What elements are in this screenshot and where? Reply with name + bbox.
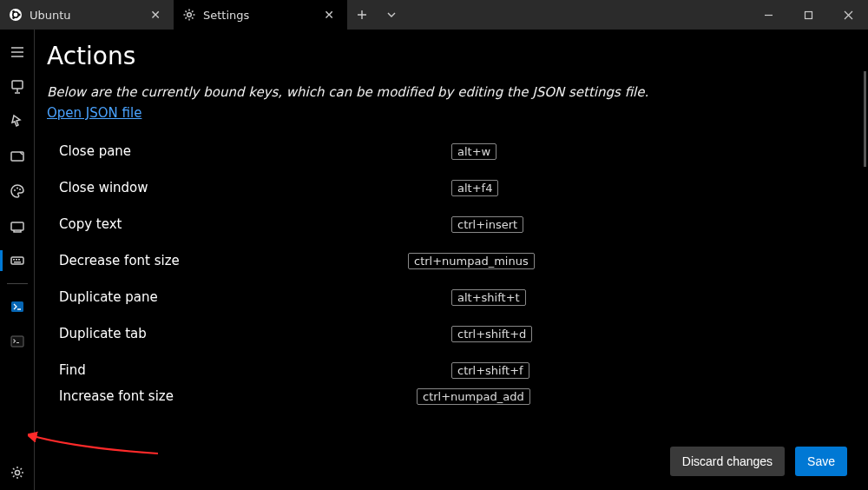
- sidebar-profile-cmd[interactable]: [0, 324, 35, 359]
- sidebar-item-rendering[interactable]: [0, 209, 35, 243]
- svg-rect-14: [13, 259, 15, 261]
- tab-label: Ubuntu: [30, 9, 139, 22]
- window-minimize-button[interactable]: [748, 0, 788, 30]
- action-row[interactable]: Decrease font size ctrl+numpad_minus: [47, 242, 851, 279]
- svg-point-11: [19, 189, 21, 190]
- window-close-button[interactable]: [828, 0, 868, 30]
- keybinding-badge: alt+w: [451, 143, 496, 160]
- tab-dropdown-button[interactable]: [377, 0, 406, 30]
- action-row[interactable]: Increase font size ctrl+numpad_add: [47, 388, 851, 407]
- svg-point-20: [15, 470, 19, 474]
- action-row[interactable]: Duplicate pane alt+shift+t: [47, 279, 851, 315]
- svg-point-2: [18, 14, 21, 17]
- gear-icon: [182, 8, 196, 22]
- svg-rect-6: [805, 11, 812, 18]
- svg-rect-16: [18, 259, 20, 261]
- scrollbar-thumb[interactable]: [864, 71, 866, 167]
- action-name: Close window: [59, 180, 441, 195]
- main-panel: Actions Below are the currently bound ke…: [35, 30, 868, 490]
- sidebar-profile-powershell[interactable]: [0, 289, 35, 324]
- sidebar-item-actions[interactable]: [0, 243, 35, 278]
- action-row[interactable]: Close window alt+f4: [47, 169, 851, 206]
- svg-rect-17: [14, 262, 21, 263]
- sidebar-divider: [7, 283, 28, 284]
- svg-point-5: [187, 13, 192, 17]
- sidebar-item-color-schemes[interactable]: [0, 174, 35, 209]
- page-title: Actions: [47, 42, 851, 70]
- svg-rect-19: [11, 336, 23, 347]
- svg-point-3: [12, 10, 15, 13]
- keybinding-badge: ctrl+shift+f: [451, 362, 529, 379]
- close-icon[interactable]: ✕: [319, 8, 339, 22]
- discard-changes-button[interactable]: Discard changes: [670, 447, 785, 476]
- action-name: Duplicate pane: [59, 289, 441, 305]
- sidebar-item-appearance[interactable]: [0, 139, 35, 174]
- new-tab-button[interactable]: [347, 0, 377, 30]
- svg-point-4: [12, 17, 15, 19]
- action-name: Copy text: [59, 216, 441, 232]
- action-row[interactable]: Find ctrl+shift+f: [47, 352, 851, 388]
- close-icon[interactable]: ✕: [146, 8, 165, 22]
- tab-settings[interactable]: Settings ✕: [174, 0, 347, 30]
- open-json-link[interactable]: Open JSON file: [47, 105, 141, 121]
- sidebar-settings-button[interactable]: [0, 455, 35, 490]
- action-name: Close pane: [59, 143, 441, 159]
- svg-point-10: [16, 188, 18, 189]
- keybinding-badge: ctrl+numpad_add: [417, 388, 530, 405]
- svg-rect-18: [11, 301, 23, 312]
- svg-point-9: [14, 189, 16, 191]
- titlebar: Ubuntu ✕ Settings ✕: [0, 0, 868, 30]
- sidebar: [0, 30, 35, 490]
- tab-ubuntu[interactable]: Ubuntu ✕: [0, 0, 174, 30]
- action-row[interactable]: Copy text ctrl+insert: [47, 206, 851, 242]
- keybinding-badge: ctrl+numpad_minus: [408, 253, 535, 269]
- action-name: Increase font size: [59, 388, 406, 404]
- ubuntu-icon: [9, 8, 23, 22]
- keybinding-badge: ctrl+insert: [451, 216, 523, 233]
- keybinding-badge: alt+f4: [451, 180, 498, 196]
- sidebar-item-startup[interactable]: [0, 70, 35, 104]
- keybinding-badge: ctrl+shift+d: [451, 326, 532, 342]
- hamburger-menu-button[interactable]: [0, 35, 35, 70]
- window-maximize-button[interactable]: [788, 0, 828, 30]
- action-name: Find: [59, 362, 441, 378]
- page-subtitle: Below are the currently bound keys, whic…: [47, 84, 851, 100]
- action-row[interactable]: Duplicate tab ctrl+shift+d: [47, 315, 851, 352]
- svg-rect-15: [16, 259, 17, 261]
- action-name: Duplicate tab: [59, 326, 441, 341]
- save-button[interactable]: Save: [795, 447, 847, 476]
- action-row[interactable]: Close pane alt+w: [47, 133, 851, 169]
- content-area: Actions Below are the currently bound ke…: [35, 30, 868, 433]
- tab-label: Settings: [203, 9, 312, 22]
- svg-rect-12: [11, 222, 23, 230]
- footer: Discard changes Save: [35, 433, 868, 490]
- svg-rect-13: [11, 257, 23, 264]
- svg-rect-7: [12, 81, 23, 89]
- sidebar-item-interaction[interactable]: [0, 104, 35, 139]
- action-name: Decrease font size: [59, 253, 398, 268]
- keybinding-badge: alt+shift+t: [451, 289, 526, 306]
